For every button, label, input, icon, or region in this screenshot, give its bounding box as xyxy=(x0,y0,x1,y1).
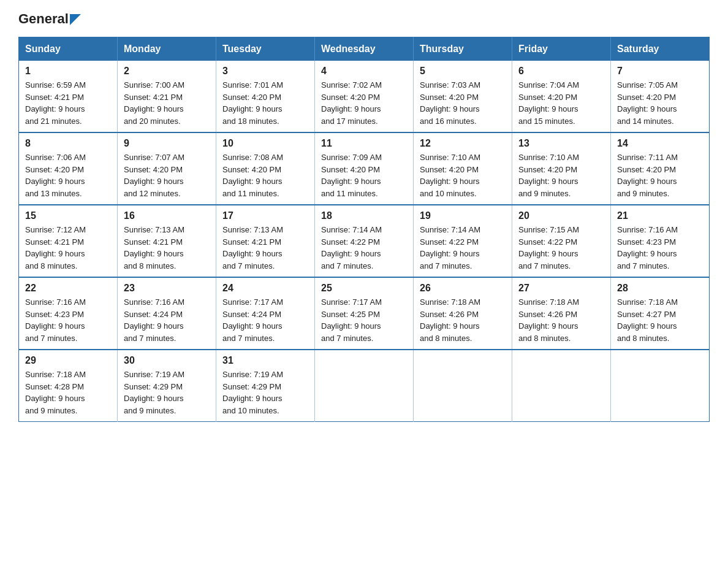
day-number: 9 xyxy=(124,138,210,149)
calendar-table: SundayMondayTuesdayWednesdayThursdayFrid… xyxy=(18,37,710,422)
calendar-cell: 11 Sunrise: 7:09 AM Sunset: 4:20 PM Dayl… xyxy=(315,132,414,205)
day-info: Sunrise: 7:09 AM Sunset: 4:20 PM Dayligh… xyxy=(321,151,407,199)
day-number: 17 xyxy=(222,210,308,221)
day-number: 5 xyxy=(420,66,506,77)
day-number: 14 xyxy=(617,138,703,149)
week-row-3: 15 Sunrise: 7:12 AM Sunset: 4:21 PM Dayl… xyxy=(19,205,710,277)
calendar-cell xyxy=(414,350,512,422)
day-number: 6 xyxy=(518,66,604,77)
day-info: Sunrise: 7:00 AM Sunset: 4:21 PM Dayligh… xyxy=(124,79,210,127)
day-number: 4 xyxy=(321,66,407,77)
weekday-header-tuesday: Tuesday xyxy=(216,37,315,61)
day-info: Sunrise: 7:01 AM Sunset: 4:20 PM Dayligh… xyxy=(222,79,308,127)
calendar-cell: 7 Sunrise: 7:05 AM Sunset: 4:20 PM Dayli… xyxy=(611,61,710,132)
week-row-4: 22 Sunrise: 7:16 AM Sunset: 4:23 PM Dayl… xyxy=(19,277,710,350)
calendar-cell: 25 Sunrise: 7:17 AM Sunset: 4:25 PM Dayl… xyxy=(315,277,414,350)
calendar-cell: 6 Sunrise: 7:04 AM Sunset: 4:20 PM Dayli… xyxy=(512,61,611,132)
day-info: Sunrise: 7:10 AM Sunset: 4:20 PM Dayligh… xyxy=(420,151,506,199)
logo-text-general: General xyxy=(18,12,69,26)
calendar-cell: 24 Sunrise: 7:17 AM Sunset: 4:24 PM Dayl… xyxy=(216,277,315,350)
calendar-cell xyxy=(611,350,710,422)
day-info: Sunrise: 7:11 AM Sunset: 4:20 PM Dayligh… xyxy=(617,151,703,199)
day-number: 29 xyxy=(25,355,111,366)
weekday-header-friday: Friday xyxy=(512,37,611,61)
calendar-cell: 28 Sunrise: 7:18 AM Sunset: 4:27 PM Dayl… xyxy=(611,277,710,350)
day-info: Sunrise: 7:10 AM Sunset: 4:20 PM Dayligh… xyxy=(518,151,604,199)
day-info: Sunrise: 7:04 AM Sunset: 4:20 PM Dayligh… xyxy=(518,79,604,127)
logo: General xyxy=(18,12,81,26)
calendar-cell: 20 Sunrise: 7:15 AM Sunset: 4:22 PM Dayl… xyxy=(512,205,611,277)
calendar-cell: 9 Sunrise: 7:07 AM Sunset: 4:20 PM Dayli… xyxy=(118,132,216,205)
day-number: 19 xyxy=(420,210,506,221)
day-number: 21 xyxy=(617,210,703,221)
day-number: 1 xyxy=(25,66,111,77)
day-number: 30 xyxy=(124,355,210,366)
day-number: 27 xyxy=(518,283,604,294)
calendar-cell: 30 Sunrise: 7:19 AM Sunset: 4:29 PM Dayl… xyxy=(118,350,216,422)
day-number: 28 xyxy=(617,283,703,294)
day-info: Sunrise: 7:17 AM Sunset: 4:24 PM Dayligh… xyxy=(222,296,308,344)
calendar-cell: 13 Sunrise: 7:10 AM Sunset: 4:20 PM Dayl… xyxy=(512,132,611,205)
day-number: 2 xyxy=(124,66,210,77)
day-number: 25 xyxy=(321,283,407,294)
day-number: 26 xyxy=(420,283,506,294)
calendar-cell: 21 Sunrise: 7:16 AM Sunset: 4:23 PM Dayl… xyxy=(611,205,710,277)
calendar-cell: 17 Sunrise: 7:13 AM Sunset: 4:21 PM Dayl… xyxy=(216,205,315,277)
day-info: Sunrise: 7:19 AM Sunset: 4:29 PM Dayligh… xyxy=(222,369,308,416)
day-info: Sunrise: 7:06 AM Sunset: 4:20 PM Dayligh… xyxy=(25,151,111,199)
day-number: 23 xyxy=(124,283,210,294)
calendar-cell: 1 Sunrise: 6:59 AM Sunset: 4:21 PM Dayli… xyxy=(19,61,118,132)
day-number: 16 xyxy=(124,210,210,221)
weekday-header-row: SundayMondayTuesdayWednesdayThursdayFrid… xyxy=(19,37,710,61)
weekday-header-wednesday: Wednesday xyxy=(315,37,414,61)
page-header: General xyxy=(18,12,710,26)
day-info: Sunrise: 7:16 AM Sunset: 4:23 PM Dayligh… xyxy=(617,224,703,272)
day-info: Sunrise: 7:14 AM Sunset: 4:22 PM Dayligh… xyxy=(420,224,506,272)
day-number: 10 xyxy=(222,138,308,149)
calendar-cell: 5 Sunrise: 7:03 AM Sunset: 4:20 PM Dayli… xyxy=(414,61,512,132)
calendar-cell: 10 Sunrise: 7:08 AM Sunset: 4:20 PM Dayl… xyxy=(216,132,315,205)
day-info: Sunrise: 7:15 AM Sunset: 4:22 PM Dayligh… xyxy=(518,224,604,272)
calendar-cell: 15 Sunrise: 7:12 AM Sunset: 4:21 PM Dayl… xyxy=(19,205,118,277)
day-info: Sunrise: 7:12 AM Sunset: 4:21 PM Dayligh… xyxy=(25,224,111,272)
day-number: 11 xyxy=(321,138,407,149)
week-row-2: 8 Sunrise: 7:06 AM Sunset: 4:20 PM Dayli… xyxy=(19,132,710,205)
week-row-5: 29 Sunrise: 7:18 AM Sunset: 4:28 PM Dayl… xyxy=(19,350,710,422)
day-number: 15 xyxy=(25,210,111,221)
calendar-cell: 23 Sunrise: 7:16 AM Sunset: 4:24 PM Dayl… xyxy=(118,277,216,350)
day-number: 8 xyxy=(25,138,111,149)
calendar-cell xyxy=(315,350,414,422)
day-info: Sunrise: 7:14 AM Sunset: 4:22 PM Dayligh… xyxy=(321,224,407,272)
day-info: Sunrise: 7:17 AM Sunset: 4:25 PM Dayligh… xyxy=(321,296,407,344)
svg-marker-0 xyxy=(70,14,81,25)
calendar-cell: 3 Sunrise: 7:01 AM Sunset: 4:20 PM Dayli… xyxy=(216,61,315,132)
day-info: Sunrise: 7:07 AM Sunset: 4:20 PM Dayligh… xyxy=(124,151,210,199)
day-info: Sunrise: 7:02 AM Sunset: 4:20 PM Dayligh… xyxy=(321,79,407,127)
day-info: Sunrise: 7:13 AM Sunset: 4:21 PM Dayligh… xyxy=(124,224,210,272)
day-info: Sunrise: 7:03 AM Sunset: 4:20 PM Dayligh… xyxy=(420,79,506,127)
calendar-cell xyxy=(512,350,611,422)
calendar-cell: 14 Sunrise: 7:11 AM Sunset: 4:20 PM Dayl… xyxy=(611,132,710,205)
calendar-cell: 22 Sunrise: 7:16 AM Sunset: 4:23 PM Dayl… xyxy=(19,277,118,350)
day-info: Sunrise: 7:18 AM Sunset: 4:26 PM Dayligh… xyxy=(518,296,604,344)
day-info: Sunrise: 7:16 AM Sunset: 4:23 PM Dayligh… xyxy=(25,296,111,344)
day-info: Sunrise: 6:59 AM Sunset: 4:21 PM Dayligh… xyxy=(25,79,111,127)
day-number: 22 xyxy=(25,283,111,294)
calendar-cell: 8 Sunrise: 7:06 AM Sunset: 4:20 PM Dayli… xyxy=(19,132,118,205)
day-info: Sunrise: 7:19 AM Sunset: 4:29 PM Dayligh… xyxy=(124,369,210,416)
calendar-cell: 2 Sunrise: 7:00 AM Sunset: 4:21 PM Dayli… xyxy=(118,61,216,132)
weekday-header-monday: Monday xyxy=(118,37,216,61)
day-number: 24 xyxy=(222,283,308,294)
day-info: Sunrise: 7:18 AM Sunset: 4:28 PM Dayligh… xyxy=(25,369,111,416)
weekday-header-thursday: Thursday xyxy=(414,37,512,61)
day-info: Sunrise: 7:13 AM Sunset: 4:21 PM Dayligh… xyxy=(222,224,308,272)
week-row-1: 1 Sunrise: 6:59 AM Sunset: 4:21 PM Dayli… xyxy=(19,61,710,132)
calendar-cell: 27 Sunrise: 7:18 AM Sunset: 4:26 PM Dayl… xyxy=(512,277,611,350)
weekday-header-saturday: Saturday xyxy=(611,37,710,61)
calendar-cell: 4 Sunrise: 7:02 AM Sunset: 4:20 PM Dayli… xyxy=(315,61,414,132)
calendar-cell: 16 Sunrise: 7:13 AM Sunset: 4:21 PM Dayl… xyxy=(118,205,216,277)
calendar-cell: 31 Sunrise: 7:19 AM Sunset: 4:29 PM Dayl… xyxy=(216,350,315,422)
day-info: Sunrise: 7:18 AM Sunset: 4:27 PM Dayligh… xyxy=(617,296,703,344)
day-number: 13 xyxy=(518,138,604,149)
day-info: Sunrise: 7:16 AM Sunset: 4:24 PM Dayligh… xyxy=(124,296,210,344)
